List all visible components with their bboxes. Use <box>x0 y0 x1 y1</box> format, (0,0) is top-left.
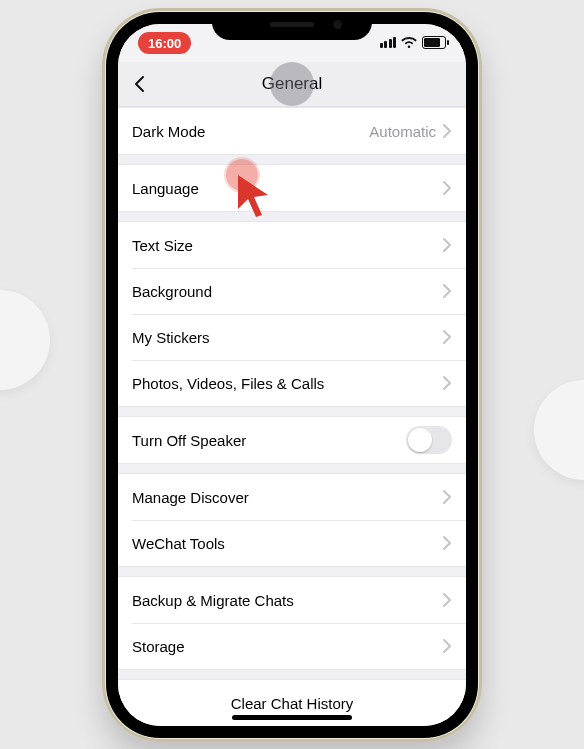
notch <box>212 12 372 40</box>
row-background[interactable]: Background <box>118 268 466 314</box>
home-indicator[interactable] <box>232 715 352 720</box>
row-storage[interactable]: Storage <box>118 623 466 669</box>
row-label: Photos, Videos, Files & Calls <box>132 375 442 392</box>
row-value: Automatic <box>369 123 436 140</box>
row-label: Language <box>132 180 442 197</box>
chevron-right-icon <box>442 329 452 345</box>
chevron-right-icon <box>442 638 452 654</box>
settings-group: Manage DiscoverWeChat Tools <box>118 473 466 567</box>
row-dark-mode[interactable]: Dark ModeAutomatic <box>118 108 466 154</box>
battery-icon <box>422 36 446 49</box>
chevron-right-icon <box>442 489 452 505</box>
status-right <box>380 36 447 49</box>
chevron-right-icon <box>442 375 452 391</box>
background-prop-right <box>534 380 584 480</box>
wifi-icon <box>401 37 417 49</box>
back-button[interactable] <box>128 72 152 96</box>
chevron-right-icon <box>442 283 452 299</box>
settings-group: Dark ModeAutomatic <box>118 107 466 155</box>
row-manage-discover[interactable]: Manage Discover <box>118 474 466 520</box>
settings-group: Language <box>118 164 466 212</box>
toggle-turn-off-speaker[interactable] <box>406 426 452 454</box>
touch-overlay-header <box>270 62 314 106</box>
row-label: Dark Mode <box>132 123 369 140</box>
row-label: Manage Discover <box>132 489 442 506</box>
background-prop-left <box>0 290 50 390</box>
row-label: Clear Chat History <box>231 695 354 712</box>
row-label: My Stickers <box>132 329 442 346</box>
row-label: Text Size <box>132 237 442 254</box>
row-turn-off-speaker[interactable]: Turn Off Speaker <box>118 417 466 463</box>
settings-group: Text SizeBackgroundMy StickersPhotos, Vi… <box>118 221 466 407</box>
status-clock: 16:00 <box>138 32 191 54</box>
row-label: Turn Off Speaker <box>132 432 406 449</box>
cellular-icon <box>380 37 397 48</box>
row-text-size[interactable]: Text Size <box>118 222 466 268</box>
row-wechat-tools[interactable]: WeChat Tools <box>118 520 466 566</box>
settings-list[interactable]: Dark ModeAutomaticLanguageText SizeBackg… <box>118 107 466 726</box>
row-label: Backup & Migrate Chats <box>132 592 442 609</box>
row-my-stickers[interactable]: My Stickers <box>118 314 466 360</box>
row-photos-videos-files-calls[interactable]: Photos, Videos, Files & Calls <box>118 360 466 406</box>
phone-bezel: 16:00 General <box>106 12 478 738</box>
nav-bar: General <box>118 62 466 107</box>
row-label: Storage <box>132 638 442 655</box>
row-label: Background <box>132 283 442 300</box>
chevron-right-icon <box>442 123 452 139</box>
chevron-right-icon <box>442 535 452 551</box>
settings-group: Turn Off Speaker <box>118 416 466 464</box>
phone-frame: 16:00 General <box>102 8 482 742</box>
row-backup-migrate-chats[interactable]: Backup & Migrate Chats <box>118 577 466 623</box>
screen: 16:00 General <box>118 24 466 726</box>
chevron-right-icon <box>442 180 452 196</box>
chevron-right-icon <box>442 237 452 253</box>
row-label: WeChat Tools <box>132 535 442 552</box>
chevron-right-icon <box>442 592 452 608</box>
status-clock-text: 16:00 <box>148 36 181 51</box>
row-language[interactable]: Language <box>118 165 466 211</box>
settings-group: Backup & Migrate ChatsStorage <box>118 576 466 670</box>
